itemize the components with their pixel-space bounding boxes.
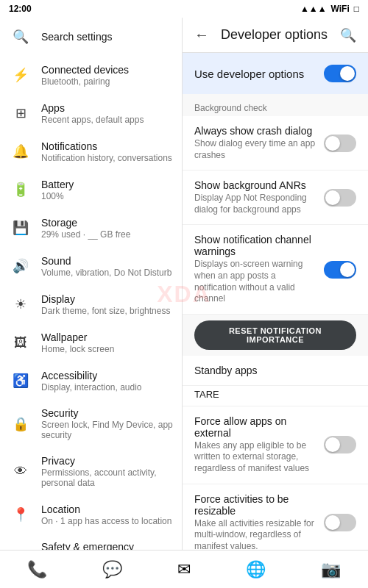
background-anrs-item[interactable]: Show background ANRs Display App Not Res…: [183, 171, 368, 225]
display-label: Display: [41, 293, 173, 305]
background-anrs-subtitle: Display App Not Responding dialog for ba…: [194, 193, 318, 215]
bottom-navigation: 📞 💬 ✉ 🌐 📷: [0, 550, 368, 588]
crash-dialog-item[interactable]: Always show crash dialog Show dialog eve…: [183, 116, 368, 171]
connected-devices-label: Connected devices: [41, 64, 173, 76]
notification-channel-toggle[interactable]: [324, 261, 356, 279]
time: 12:00: [9, 4, 32, 14]
battery-icon: □: [354, 4, 359, 14]
wallpaper-icon: 🖼: [9, 331, 32, 354]
tare-item[interactable]: TARE: [183, 386, 368, 406]
use-developer-options-toggle[interactable]: [324, 65, 356, 82]
resizable-activities-toggle[interactable]: [324, 514, 356, 531]
force-external-subtitle: Makes any app eligible to be written to …: [194, 440, 318, 475]
sidebar-item-display[interactable]: ☀ Display Dark theme, font size, brightn…: [0, 285, 182, 323]
developer-options-content: Use developer options Background check A…: [183, 53, 368, 550]
connected-devices-icon: ⚡: [9, 63, 32, 87]
gmail-nav-icon[interactable]: ✉: [177, 560, 191, 579]
accessibility-subtitle: Display, interaction, audio: [41, 382, 173, 392]
sidebar-item-sound[interactable]: 🔊 Sound Volume, vibration, Do Not Distur…: [0, 247, 182, 285]
search-icon: 🔍: [9, 25, 32, 49]
wifi-icon: WiFi: [331, 4, 350, 14]
developer-options-header: ← Developer options 🔍: [183, 18, 368, 53]
safety-label: Safety & emergency: [41, 541, 173, 550]
crash-dialog-title: Always show crash dialog: [194, 125, 318, 137]
battery-label: Battery: [41, 179, 173, 190]
crash-dialog-subtitle: Show dialog every time an app crashes: [194, 138, 318, 161]
display-subtitle: Dark theme, font size, brightness: [41, 306, 173, 316]
force-external-item[interactable]: Force allow apps on external Makes any a…: [183, 406, 368, 484]
background-check-header: Background check: [183, 97, 368, 116]
accessibility-icon: ♿: [9, 369, 32, 392]
location-subtitle: On · 1 app has access to location: [41, 516, 173, 526]
use-developer-options-label: Use developer options: [194, 68, 324, 80]
resizable-activities-item[interactable]: Force activities to be resizable Make al…: [183, 484, 368, 550]
battery-subtitle: 100%: [41, 191, 173, 201]
storage-label: Storage: [41, 217, 173, 229]
apps-subtitle: Recent apps, default apps: [41, 115, 173, 125]
photos-nav-icon[interactable]: 📷: [321, 560, 341, 579]
notifications-icon: 🔔: [9, 140, 32, 163]
security-label: Security: [41, 407, 173, 419]
sidebar-item-notifications[interactable]: 🔔 Notifications Notification history, co…: [0, 132, 182, 171]
security-icon: 🔒: [9, 412, 32, 436]
sound-label: Sound: [41, 255, 173, 267]
background-anrs-title: Show background ANRs: [194, 179, 318, 191]
sound-icon: 🔊: [9, 254, 32, 278]
storage-subtitle: 29% used · __ GB free: [41, 229, 173, 240]
standby-apps-title: Standby apps: [194, 365, 350, 376]
notification-channel-item[interactable]: Show notification channel warnings Displ…: [183, 225, 368, 314]
apps-icon: ⊞: [9, 101, 32, 125]
wallpaper-subtitle: Home, lock screen: [41, 344, 173, 354]
back-button[interactable]: ←: [194, 26, 209, 43]
notification-channel-title: Show notification channel warnings: [194, 234, 318, 257]
resizable-activities-title: Force activities to be resizable: [194, 493, 318, 517]
reset-notification-importance-button[interactable]: RESET NOTIFICATION IMPORTANCE: [194, 320, 356, 350]
background-anrs-toggle[interactable]: [324, 189, 356, 207]
standby-apps-item[interactable]: Standby apps: [183, 356, 368, 386]
settings-menu: 🔍 Search settings ⚡ Connected devices Bl…: [0, 18, 183, 550]
privacy-icon: 👁: [9, 460, 32, 484]
sidebar-item-battery[interactable]: 🔋 Battery 100%: [0, 171, 182, 209]
sidebar-item-location[interactable]: 📍 Location On · 1 app has access to loca…: [0, 495, 182, 534]
notifications-label: Notifications: [41, 140, 173, 152]
use-developer-options-row[interactable]: Use developer options: [183, 53, 368, 94]
status-bar: 12:00 ▲▲▲ WiFi □: [0, 0, 368, 18]
crash-dialog-toggle[interactable]: [324, 135, 356, 152]
notification-channel-subtitle: Displays on-screen warning when an app p…: [194, 259, 318, 304]
security-subtitle: Screen lock, Find My Device, app securit…: [41, 420, 173, 440]
sound-subtitle: Volume, vibration, Do Not Disturb: [41, 268, 173, 278]
wallpaper-label: Wallpaper: [41, 331, 173, 343]
display-icon: ☀: [9, 293, 32, 316]
sidebar-item-accessibility[interactable]: ♿ Accessibility Display, interaction, au…: [0, 362, 182, 400]
resizable-activities-subtitle: Make all activities resizable for multi-…: [194, 518, 318, 550]
sidebar-item-privacy[interactable]: 👁 Privacy Permissions, account activity,…: [0, 448, 182, 495]
signal-icon: ▲▲▲: [300, 4, 327, 14]
battery-icon: 🔋: [9, 178, 32, 201]
chrome-nav-icon[interactable]: 🌐: [246, 560, 266, 579]
sidebar-item-connected-devices[interactable]: ⚡ Connected devices Bluetooth, pairing: [0, 56, 182, 94]
notifications-subtitle: Notification history, conversations: [41, 153, 173, 163]
sidebar-item-wallpaper[interactable]: 🖼 Wallpaper Home, lock screen: [0, 323, 182, 362]
sidebar-item-search-label: Search settings: [41, 31, 173, 43]
developer-options-panel: ← Developer options 🔍 Use developer opti…: [183, 18, 368, 550]
sidebar-item-safety[interactable]: ✚ Safety & emergency Emergency SOS, medi…: [0, 534, 182, 550]
force-external-title: Force allow apps on external: [194, 415, 318, 439]
privacy-subtitle: Permissions, account activity, personal …: [41, 467, 173, 488]
sidebar-item-search[interactable]: 🔍 Search settings: [0, 18, 182, 56]
developer-options-title: Developer options: [221, 27, 340, 43]
sidebar-item-storage[interactable]: 💾 Storage 29% used · __ GB free: [0, 209, 182, 247]
search-button[interactable]: 🔍: [340, 27, 356, 43]
sidebar-item-security[interactable]: 🔒 Security Screen lock, Find My Device, …: [0, 400, 182, 448]
location-icon: 📍: [9, 503, 32, 526]
phone-nav-icon[interactable]: 📞: [27, 560, 47, 579]
toggle-thumb: [340, 66, 355, 81]
storage-icon: 💾: [9, 216, 32, 240]
force-external-toggle[interactable]: [324, 436, 356, 453]
accessibility-label: Accessibility: [41, 370, 173, 381]
apps-label: Apps: [41, 102, 173, 114]
connected-devices-subtitle: Bluetooth, pairing: [41, 76, 173, 87]
sidebar-item-apps[interactable]: ⊞ Apps Recent apps, default apps: [0, 94, 182, 132]
location-label: Location: [41, 503, 173, 515]
messages-nav-icon[interactable]: 💬: [102, 560, 122, 579]
privacy-label: Privacy: [41, 455, 173, 467]
